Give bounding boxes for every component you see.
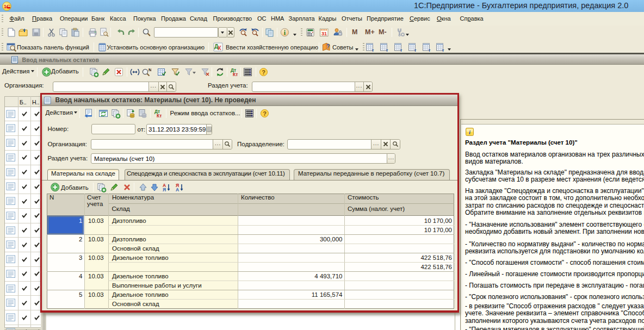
svg-text:А: А (176, 187, 179, 192)
svg-text:?: ? (262, 69, 265, 76)
svg-text:т: т (386, 48, 388, 53)
svg-text:Кт: Кт (157, 113, 162, 118)
svg-text:N: N (148, 67, 151, 72)
svg-text:Кт: Кт (233, 72, 238, 77)
svg-text:К: К (218, 45, 221, 51)
svg-text:31: 31 (321, 31, 327, 36)
svg-text:?: ? (326, 43, 330, 49)
svg-text:С: С (7, 3, 11, 10)
svg-text:т: т (428, 48, 430, 53)
svg-text:т: т (372, 48, 374, 53)
svg-text:т: т (400, 48, 403, 53)
svg-text:Я: Я (163, 187, 166, 192)
svg-text:т: т (414, 48, 416, 53)
svg-text:т: т (442, 48, 444, 53)
svg-text:?: ? (263, 110, 267, 117)
